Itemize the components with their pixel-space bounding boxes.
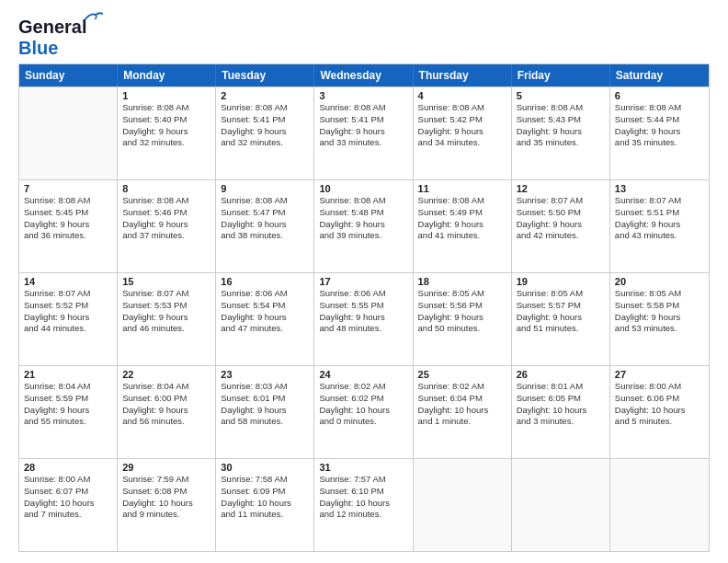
calendar-cell-26: 26Sunrise: 8:01 AM Sunset: 6:05 PM Dayli… [512,366,610,458]
day-number: 21 [24,369,112,380]
day-info: Sunrise: 8:04 AM Sunset: 6:00 PM Dayligh… [122,381,210,428]
calendar-cell-12: 12Sunrise: 8:07 AM Sunset: 5:50 PM Dayli… [512,180,610,272]
calendar-cell-15: 15Sunrise: 8:07 AM Sunset: 5:53 PM Dayli… [118,273,216,365]
logo-general: General [18,17,86,37]
day-info: Sunrise: 8:08 AM Sunset: 5:47 PM Dayligh… [221,195,309,242]
day-number: 10 [319,183,407,194]
calendar-body: 1Sunrise: 8:08 AM Sunset: 5:40 PM Daylig… [19,86,709,551]
day-number: 6 [615,90,704,101]
weekday-header-tuesday: Tuesday [216,64,314,86]
calendar-cell-9: 9Sunrise: 8:08 AM Sunset: 5:47 PM Daylig… [216,180,314,272]
day-info: Sunrise: 8:08 AM Sunset: 5:49 PM Dayligh… [418,195,506,242]
calendar-cell-19: 19Sunrise: 8:05 AM Sunset: 5:57 PM Dayli… [512,273,610,365]
day-number: 17 [319,276,407,287]
calendar-cell-29: 29Sunrise: 7:59 AM Sunset: 6:08 PM Dayli… [118,459,216,551]
calendar-cell-4: 4Sunrise: 8:08 AM Sunset: 5:42 PM Daylig… [414,87,512,179]
logo-bird-icon [83,11,103,24]
day-number: 24 [319,369,407,380]
calendar-cell-20: 20Sunrise: 8:05 AM Sunset: 5:58 PM Dayli… [610,273,709,365]
day-number: 16 [221,276,309,287]
day-info: Sunrise: 8:02 AM Sunset: 6:02 PM Dayligh… [319,381,407,428]
day-number: 8 [122,183,210,194]
calendar-cell-24: 24Sunrise: 8:02 AM Sunset: 6:02 PM Dayli… [314,366,413,458]
weekday-header-wednesday: Wednesday [314,64,413,86]
day-number: 18 [418,276,506,287]
day-info: Sunrise: 8:07 AM Sunset: 5:50 PM Dayligh… [517,195,605,242]
day-info: Sunrise: 8:07 AM Sunset: 5:52 PM Dayligh… [24,288,112,335]
day-info: Sunrise: 8:08 AM Sunset: 5:46 PM Dayligh… [122,195,210,242]
calendar-cell-14: 14Sunrise: 8:07 AM Sunset: 5:52 PM Dayli… [19,273,118,365]
day-info: Sunrise: 8:08 AM Sunset: 5:44 PM Dayligh… [615,102,704,149]
day-info: Sunrise: 8:07 AM Sunset: 5:51 PM Dayligh… [615,195,704,242]
day-number: 19 [517,276,605,287]
day-info: Sunrise: 8:00 AM Sunset: 6:06 PM Dayligh… [615,381,704,428]
day-number: 11 [418,183,506,194]
day-number: 15 [122,276,210,287]
logo: General Blue [18,17,86,56]
day-info: Sunrise: 8:05 AM Sunset: 5:58 PM Dayligh… [615,288,704,335]
day-number: 31 [319,462,407,473]
day-number: 4 [418,90,506,101]
calendar-cell-27: 27Sunrise: 8:00 AM Sunset: 6:06 PM Dayli… [610,366,709,458]
day-info: Sunrise: 8:02 AM Sunset: 6:04 PM Dayligh… [418,381,506,428]
weekday-header-friday: Friday [512,64,610,86]
day-number: 9 [221,183,309,194]
day-number: 13 [615,183,704,194]
calendar-cell-empty-4-5 [512,459,610,551]
day-number: 29 [122,462,210,473]
page-header: General Blue [18,17,710,56]
day-info: Sunrise: 8:08 AM Sunset: 5:48 PM Dayligh… [319,195,407,242]
calendar-cell-23: 23Sunrise: 8:03 AM Sunset: 6:01 PM Dayli… [216,366,314,458]
calendar-cell-empty-4-4 [414,459,512,551]
day-number: 30 [221,462,309,473]
calendar-row-3: 21Sunrise: 8:04 AM Sunset: 5:59 PM Dayli… [19,365,709,458]
calendar-header: SundayMondayTuesdayWednesdayThursdayFrid… [19,64,709,86]
day-info: Sunrise: 7:57 AM Sunset: 6:10 PM Dayligh… [319,474,407,521]
calendar: SundayMondayTuesdayWednesdayThursdayFrid… [18,63,710,552]
calendar-cell-22: 22Sunrise: 8:04 AM Sunset: 6:00 PM Dayli… [118,366,216,458]
day-info: Sunrise: 8:08 AM Sunset: 5:40 PM Dayligh… [122,102,210,149]
day-number: 5 [517,90,605,101]
weekday-header-monday: Monday [118,64,216,86]
calendar-row-4: 28Sunrise: 8:00 AM Sunset: 6:07 PM Dayli… [19,458,709,551]
day-info: Sunrise: 8:00 AM Sunset: 6:07 PM Dayligh… [24,474,112,521]
day-number: 26 [517,369,605,380]
calendar-cell-28: 28Sunrise: 8:00 AM Sunset: 6:07 PM Dayli… [19,459,118,551]
calendar-cell-17: 17Sunrise: 8:06 AM Sunset: 5:55 PM Dayli… [314,273,413,365]
calendar-cell-6: 6Sunrise: 8:08 AM Sunset: 5:44 PM Daylig… [610,87,709,179]
day-info: Sunrise: 7:58 AM Sunset: 6:09 PM Dayligh… [221,474,309,521]
day-info: Sunrise: 8:05 AM Sunset: 5:56 PM Dayligh… [418,288,506,335]
day-number: 7 [24,183,112,194]
day-number: 20 [615,276,704,287]
day-number: 23 [221,369,309,380]
calendar-cell-1: 1Sunrise: 8:08 AM Sunset: 5:40 PM Daylig… [118,87,216,179]
calendar-cell-25: 25Sunrise: 8:02 AM Sunset: 6:04 PM Dayli… [414,366,512,458]
day-info: Sunrise: 8:03 AM Sunset: 6:01 PM Dayligh… [221,381,309,428]
day-info: Sunrise: 8:06 AM Sunset: 5:54 PM Dayligh… [221,288,309,335]
day-number: 27 [615,369,704,380]
calendar-cell-18: 18Sunrise: 8:05 AM Sunset: 5:56 PM Dayli… [414,273,512,365]
day-info: Sunrise: 8:08 AM Sunset: 5:45 PM Dayligh… [24,195,112,242]
calendar-cell-empty-4-6 [610,459,709,551]
calendar-cell-empty-0-0 [19,87,118,179]
logo-blue: Blue [18,40,58,56]
day-info: Sunrise: 8:04 AM Sunset: 5:59 PM Dayligh… [24,381,112,428]
day-number: 14 [24,276,112,287]
day-info: Sunrise: 8:05 AM Sunset: 5:57 PM Dayligh… [517,288,605,335]
calendar-row-0: 1Sunrise: 8:08 AM Sunset: 5:40 PM Daylig… [19,86,709,179]
calendar-cell-16: 16Sunrise: 8:06 AM Sunset: 5:54 PM Dayli… [216,273,314,365]
calendar-cell-5: 5Sunrise: 8:08 AM Sunset: 5:43 PM Daylig… [512,87,610,179]
day-number: 2 [221,90,309,101]
day-info: Sunrise: 8:08 AM Sunset: 5:43 PM Dayligh… [517,102,605,149]
calendar-cell-31: 31Sunrise: 7:57 AM Sunset: 6:10 PM Dayli… [314,459,413,551]
calendar-cell-11: 11Sunrise: 8:08 AM Sunset: 5:49 PM Dayli… [414,180,512,272]
weekday-header-saturday: Saturday [610,64,709,86]
day-number: 28 [24,462,112,473]
day-info: Sunrise: 8:01 AM Sunset: 6:05 PM Dayligh… [517,381,605,428]
day-info: Sunrise: 8:08 AM Sunset: 5:41 PM Dayligh… [319,102,407,149]
day-info: Sunrise: 8:08 AM Sunset: 5:42 PM Dayligh… [418,102,506,149]
day-info: Sunrise: 7:59 AM Sunset: 6:08 PM Dayligh… [122,474,210,521]
calendar-cell-8: 8Sunrise: 8:08 AM Sunset: 5:46 PM Daylig… [118,180,216,272]
weekday-header-thursday: Thursday [414,64,512,86]
calendar-row-2: 14Sunrise: 8:07 AM Sunset: 5:52 PM Dayli… [19,272,709,365]
